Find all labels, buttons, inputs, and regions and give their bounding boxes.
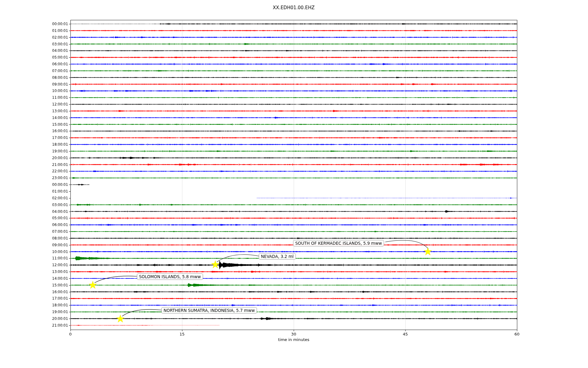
seismogram-figure: XX.EDH01.00.EHZ 00:00:0101:00:0102:00:01… — [0, 0, 588, 368]
seismogram-canvas — [0, 0, 588, 368]
